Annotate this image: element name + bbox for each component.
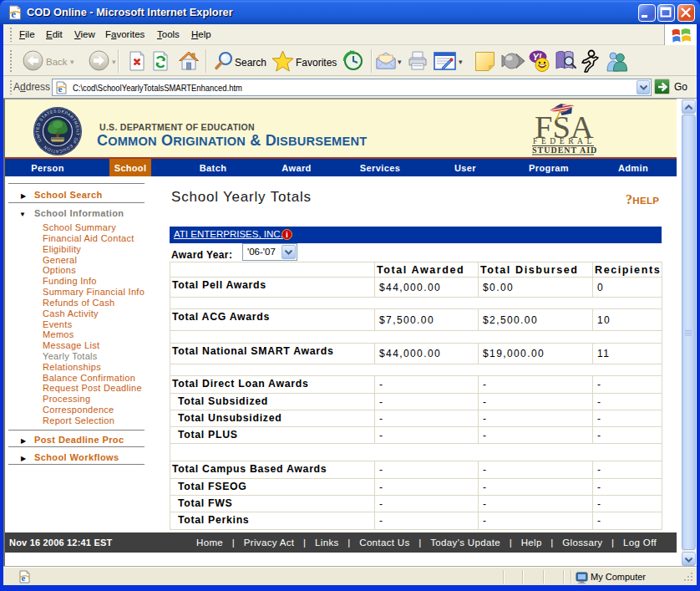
- svg-text:STUDENT AID: STUDENT AID: [532, 145, 597, 155]
- svg-text:e: e: [22, 573, 26, 583]
- svg-text:e: e: [58, 84, 63, 94]
- svg-text:FEDERAL: FEDERAL: [533, 137, 596, 145]
- svg-text:e: e: [11, 8, 16, 20]
